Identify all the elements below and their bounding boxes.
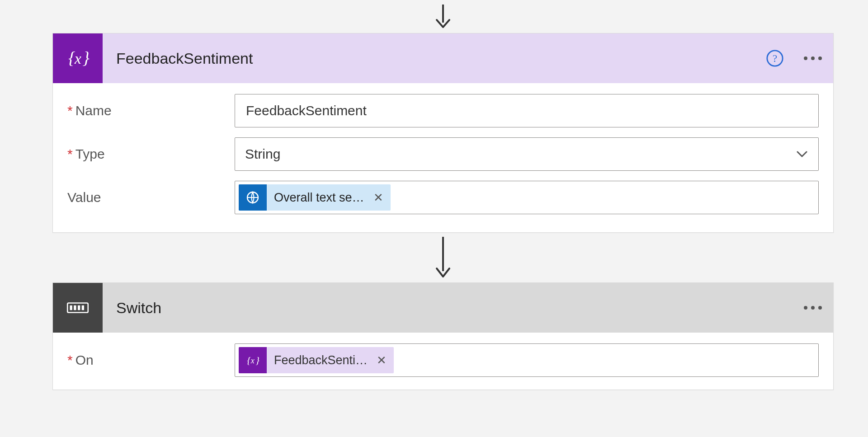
on-token-remove[interactable]: ✕ [373,353,394,367]
flow-arrow-top [434,5,452,29]
value-token-label: Overall text se… [267,191,370,205]
switch-card: Switch *On [52,282,834,390]
variable-token-icon: { x } [239,347,267,373]
label-name: *Name [67,103,235,118]
value-input[interactable]: Overall text se… ✕ [235,181,819,214]
svg-text:x: x [250,356,255,365]
type-select[interactable]: String [235,137,819,171]
help-icon[interactable]: ? [765,49,784,68]
more-menu-icon[interactable] [802,49,824,68]
switch-more-menu-icon[interactable] [802,298,824,317]
row-on: *On { x } [67,343,819,377]
svg-rect-11 [74,305,76,310]
label-on: *On [67,352,235,368]
row-type: *Type String [67,137,819,171]
svg-text:}: } [83,48,90,67]
flow-arrow-mid [434,233,452,282]
value-token[interactable]: Overall text se… ✕ [239,184,391,211]
svg-rect-12 [78,305,80,310]
ai-builder-icon [239,184,267,211]
on-token[interactable]: { x } FeedbackSenti… ✕ [239,347,394,373]
row-name: *Name [67,94,819,127]
type-select-value: String [245,146,280,162]
svg-text:{: { [247,355,251,366]
chevron-down-icon [796,148,808,160]
row-value: Value [67,181,819,214]
svg-rect-10 [70,305,72,310]
variable-card-header[interactable]: { x } FeedbackSentiment ? [53,33,833,83]
name-input[interactable] [245,103,808,119]
label-type: *Type [67,146,235,162]
variable-card: { x } FeedbackSentiment ? [52,33,834,233]
switch-card-header[interactable]: Switch [53,283,833,333]
svg-text:?: ? [773,53,777,64]
switch-icon [53,283,103,333]
svg-rect-13 [82,305,84,310]
on-input[interactable]: { x } FeedbackSenti… ✕ [235,343,819,377]
on-token-label: FeedbackSenti… [267,353,373,367]
variable-card-body: *Name *Type String [53,83,833,232]
svg-text:x: x [74,50,81,67]
value-token-remove[interactable]: ✕ [370,191,391,205]
svg-text:}: } [255,355,259,366]
variable-card-title: FeedbackSentiment [116,50,765,67]
switch-card-title: Switch [116,299,802,317]
switch-card-body: *On { x } [53,333,833,390]
variable-icon: { x } [53,33,103,83]
name-input-wrapper[interactable] [235,94,819,127]
label-value: Value [67,190,235,205]
